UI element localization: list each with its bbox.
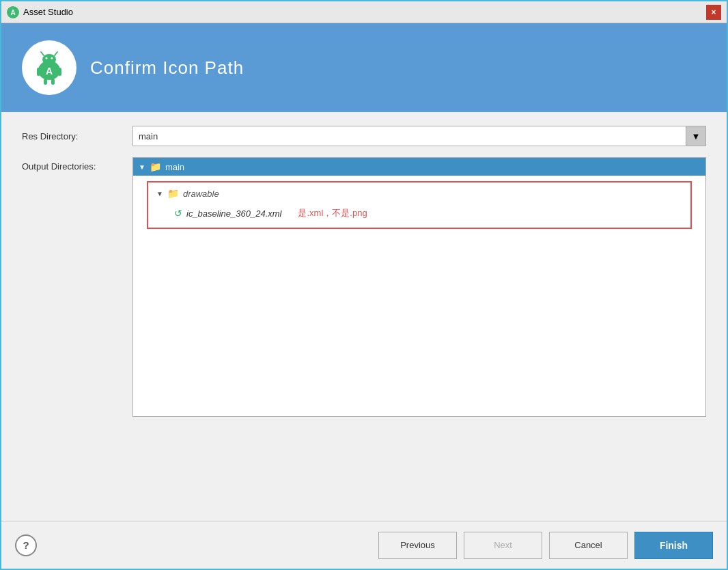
svg-text:A: A bbox=[10, 9, 15, 16]
header-logo: A bbox=[22, 40, 76, 95]
svg-line-6 bbox=[41, 52, 44, 55]
close-button[interactable]: × bbox=[706, 5, 721, 20]
title-bar-title: Asset Studio bbox=[23, 7, 73, 17]
finish-button[interactable]: Finish bbox=[634, 532, 713, 559]
app-icon: A bbox=[7, 6, 19, 18]
page-title: Confirm Icon Path bbox=[90, 57, 244, 79]
res-directory-row: Res Directory: main ▼ bbox=[22, 126, 706, 146]
chevron-down-icon: ▼ bbox=[156, 190, 163, 198]
title-bar: A Asset Studio × bbox=[1, 1, 727, 23]
cancel-button[interactable]: Cancel bbox=[549, 532, 628, 559]
chevron-down-icon: ▼ bbox=[139, 163, 145, 171]
folder-icon: 📁 bbox=[150, 161, 161, 172]
tree-sub-section: ▼ 📁 drawable ↺ ic_baseline_360_24.xml 是.… bbox=[147, 181, 692, 229]
output-directories-label: Output Directories: bbox=[22, 157, 124, 172]
tree-item-main[interactable]: ▼ 📁 main bbox=[133, 158, 705, 176]
res-directory-select-wrapper: main ▼ bbox=[132, 126, 706, 146]
tree-item-drawable[interactable]: ▼ 📁 drawable bbox=[148, 185, 690, 202]
output-directories-tree: ▼ 📁 main ▼ 📁 drawable ↺ bbox=[132, 157, 706, 417]
svg-rect-11 bbox=[51, 79, 55, 85]
main-window: A Asset Studio × bbox=[0, 0, 728, 570]
tree-file-row: ↺ ic_baseline_360_24.xml 是.xml，不是.png bbox=[148, 202, 690, 225]
next-button[interactable]: Next bbox=[464, 532, 542, 559]
svg-rect-10 bbox=[44, 79, 47, 85]
bottom-bar: ? Previous Next Cancel Finish bbox=[1, 521, 727, 569]
svg-text:A: A bbox=[46, 66, 53, 77]
svg-point-3 bbox=[42, 54, 56, 65]
folder-icon: 📁 bbox=[167, 188, 179, 199]
res-directory-select[interactable]: main bbox=[132, 126, 706, 146]
title-bar-left: A Asset Studio bbox=[7, 6, 73, 18]
header-section: A Confirm Icon Path bbox=[1, 23, 727, 112]
output-directories-row: Output Directories: ▼ 📁 main ▼ 📁 drawabl… bbox=[22, 157, 706, 417]
svg-point-4 bbox=[46, 57, 48, 59]
file-refresh-icon: ↺ bbox=[174, 208, 182, 219]
tree-item-file[interactable]: ↺ ic_baseline_360_24.xml bbox=[148, 205, 290, 221]
bottom-left: ? bbox=[15, 534, 37, 556]
tree-item-drawable-label: drawable bbox=[183, 189, 219, 199]
content-area: Res Directory: main ▼ Output Directories… bbox=[1, 112, 727, 521]
svg-rect-8 bbox=[37, 68, 40, 76]
tree-item-main-label: main bbox=[165, 162, 184, 172]
tree-item-file-label: ic_baseline_360_24.xml bbox=[186, 208, 281, 219]
help-button[interactable]: ? bbox=[15, 534, 37, 556]
previous-button[interactable]: Previous bbox=[378, 532, 457, 559]
svg-line-7 bbox=[55, 52, 57, 55]
svg-rect-9 bbox=[58, 68, 61, 76]
studio-logo-icon: A bbox=[30, 49, 68, 87]
res-directory-label: Res Directory: bbox=[22, 131, 124, 141]
annotation-text: 是.xml，不是.png bbox=[290, 202, 375, 225]
svg-point-5 bbox=[51, 57, 53, 59]
bottom-right: Previous Next Cancel Finish bbox=[378, 532, 713, 559]
